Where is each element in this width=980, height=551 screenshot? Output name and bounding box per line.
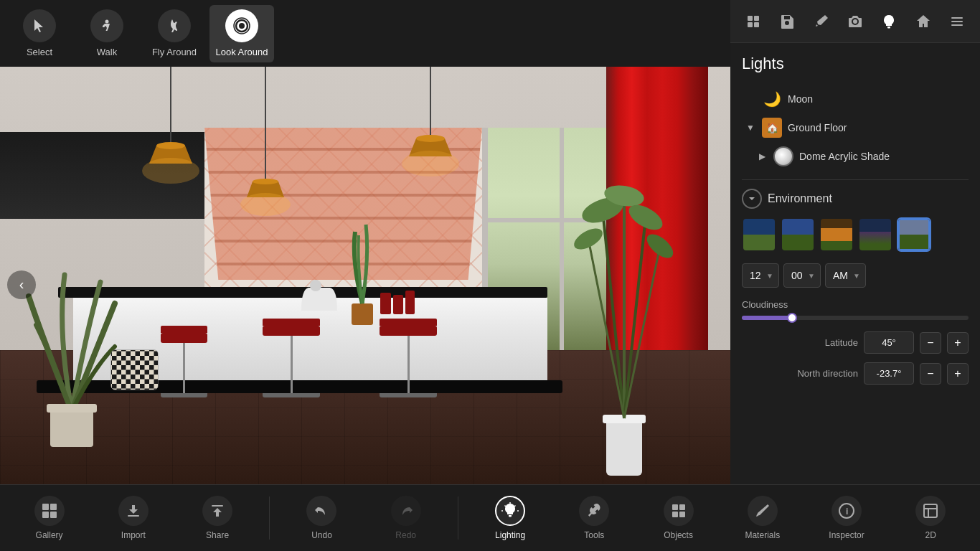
sky-preset-2[interactable] — [781, 217, 815, 252]
walk-icon — [90, 9, 123, 42]
import-label: Import — [121, 530, 146, 540]
svg-rect-50 — [42, 512, 49, 518]
svg-rect-53 — [212, 505, 223, 507]
svg-rect-59 — [672, 504, 678, 510]
bottom-toolbar: Gallery Import Share Undo — [0, 484, 980, 551]
fly-around-tool[interactable]: Fly Around — [142, 5, 207, 62]
gallery-icon — [34, 496, 65, 526]
svg-line-57 — [514, 506, 516, 507]
svg-rect-65 — [924, 504, 937, 517]
svg-rect-47 — [951, 24, 963, 26]
island-top-overhang — [58, 287, 547, 298]
import-btn[interactable]: Import — [101, 489, 166, 547]
latitude-label: Latitude — [742, 337, 858, 348]
environment-section: Environment — [742, 179, 969, 385]
sky-preset-1[interactable] — [742, 217, 776, 252]
lighting-btn[interactable]: Lighting — [478, 489, 542, 547]
tools-btn[interactable]: Tools — [562, 489, 626, 547]
cloudiness-fill — [742, 316, 792, 320]
ground-floor-icon: 🏠 — [762, 118, 782, 138]
svg-rect-62 — [679, 512, 685, 517]
scene-curtain — [606, 67, 709, 393]
panel-lighting-btn[interactable] — [876, 9, 902, 34]
select-tool[interactable]: Select — [7, 5, 72, 62]
sky-preset-4[interactable] — [858, 217, 892, 252]
walk-tool[interactable]: Walk — [75, 5, 139, 62]
right-panel: Lights 🌙 Moon ▼ 🏠 Ground Floor ▶ Dome Ac… — [730, 0, 980, 551]
fly-around-label: Fly Around — [152, 47, 197, 57]
gallery-btn[interactable]: Gallery — [17, 489, 82, 547]
north-direction-decrease-btn[interactable]: − — [920, 363, 941, 385]
panel-icon-bar — [730, 0, 980, 43]
panel-materials-btn[interactable] — [809, 9, 834, 34]
svg-rect-51 — [50, 512, 57, 518]
north-direction-value: -23.7° — [864, 362, 914, 385]
select-icon — [23, 9, 56, 42]
undo-btn[interactable]: Undo — [289, 489, 354, 547]
window-mullion — [560, 128, 564, 354]
nav-arrow-left[interactable]: ‹ — [7, 270, 36, 299]
inspector-label: Inspector — [829, 530, 864, 540]
2d-icon — [915, 496, 946, 526]
undo-icon — [306, 496, 336, 526]
main-viewport[interactable]: ‹ — [0, 67, 730, 502]
tree-item-moon[interactable]: 🌙 Moon — [742, 85, 969, 113]
ground-floor-label: Ground Floor — [788, 122, 847, 133]
north-direction-row: North direction -23.7° − + — [742, 362, 969, 385]
svg-rect-49 — [50, 504, 57, 510]
objects-icon — [664, 496, 694, 526]
moon-label: Moon — [788, 93, 813, 105]
top-toolbar: Select Walk Fly Around Look Around — [0, 0, 730, 67]
cloudiness-row: Cloudiness — [742, 299, 969, 320]
svg-rect-43 — [748, 22, 753, 27]
look-around-icon — [225, 9, 258, 42]
north-direction-label: North direction — [742, 368, 858, 379]
ampm-select[interactable]: AMPM — [825, 263, 866, 288]
look-around-tool[interactable]: Look Around — [209, 5, 274, 62]
tree-item-dome[interactable]: ▶ Dome Acrylic Shade — [742, 142, 969, 171]
sky-preset-3[interactable] — [819, 217, 854, 252]
panel-save-btn[interactable] — [774, 9, 800, 34]
objects-btn[interactable]: Objects — [646, 489, 711, 547]
tools-label: Tools — [584, 530, 604, 540]
svg-rect-61 — [672, 512, 678, 517]
stool-1 — [161, 326, 207, 397]
scene-render: ‹ — [0, 67, 730, 502]
inspector-btn[interactable]: i Inspector — [814, 489, 879, 547]
latitude-decrease-btn[interactable]: − — [920, 332, 941, 354]
2d-label: 2D — [925, 530, 936, 540]
cloudiness-thumb[interactable] — [787, 313, 797, 323]
environment-header[interactable]: Environment — [742, 189, 969, 209]
panel-home-btn[interactable] — [910, 9, 936, 34]
svg-rect-42 — [754, 16, 759, 21]
minute-select[interactable]: 00153045 — [783, 263, 821, 288]
latitude-row: Latitude 45° − + — [742, 331, 969, 354]
panel-camera-btn[interactable] — [842, 9, 868, 34]
2d-btn[interactable]: 2D — [898, 489, 963, 547]
hour-select-wrapper: 12 1234 5678 91011 — [742, 263, 779, 288]
import-icon — [118, 496, 149, 526]
panel-objects-btn[interactable] — [740, 9, 766, 34]
roman-shade — [204, 128, 482, 280]
latitude-increase-btn[interactable]: + — [947, 332, 969, 354]
materials-icon — [748, 496, 778, 526]
sky-preset-5[interactable] — [897, 217, 931, 252]
panel-list-btn[interactable] — [944, 9, 970, 34]
panel-content: Lights 🌙 Moon ▼ 🏠 Ground Floor ▶ Dome Ac… — [730, 43, 980, 551]
hour-select[interactable]: 12 1234 5678 91011 — [742, 263, 779, 288]
redo-btn[interactable]: Redo — [374, 489, 438, 547]
north-direction-increase-btn[interactable]: + — [947, 363, 969, 385]
svg-rect-41 — [748, 16, 753, 21]
share-icon — [202, 496, 232, 526]
materials-btn[interactable]: Materials — [730, 489, 795, 547]
dome-icon — [773, 146, 793, 166]
tree-item-ground-floor[interactable]: ▼ 🏠 Ground Floor — [742, 113, 969, 142]
environment-label: Environment — [768, 192, 832, 205]
svg-rect-60 — [679, 504, 685, 510]
cloudiness-slider[interactable] — [742, 316, 969, 320]
look-around-label: Look Around — [215, 47, 268, 57]
share-btn[interactable]: Share — [185, 489, 250, 547]
dome-chevron: ▶ — [756, 151, 768, 162]
toolbar-divider-1 — [269, 496, 270, 540]
svg-point-1 — [239, 23, 245, 29]
